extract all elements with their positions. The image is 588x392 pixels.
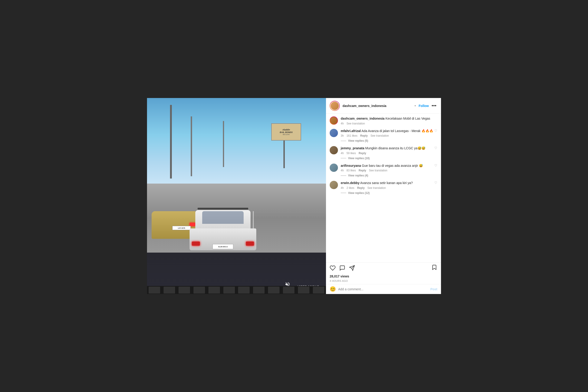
strip-thumb-7[interactable] [238, 287, 250, 294]
comment-reply-btn-2[interactable]: Reply [359, 152, 366, 155]
view-replies-text-2[interactable]: View replies (10) [348, 157, 370, 160]
sky-background [147, 98, 326, 190]
roof-rack [198, 208, 248, 210]
strip-thumb-5[interactable] [208, 287, 220, 294]
strip-thumb-3[interactable] [178, 287, 190, 294]
suv-license-plate: ALM-653-A [212, 244, 233, 249]
comment-button[interactable] [339, 265, 345, 271]
comment-likes-2: 59 likes [346, 152, 356, 155]
comment-meta-4: 4h 2 likes Reply See translation [341, 186, 434, 190]
caption-username[interactable]: dashcam_owners_indonesia [341, 117, 385, 120]
comment-reply-btn-4[interactable]: Reply [357, 186, 364, 190]
comment-time-4: 4h [341, 186, 344, 190]
comment-main-text-1: Ada Avanza di jalan tol Lasvegas - Merak… [362, 129, 433, 133]
comment-meta-2: 4h 59 likes Reply [341, 152, 434, 155]
caption-meta: 4h See translation [341, 122, 437, 125]
profile-username[interactable]: dashcam_owners_indonesia [342, 104, 414, 108]
view-replies-line-4 [341, 193, 346, 193]
comment-text-1: mfahri.afrizal Ada Avanza di jalan tol L… [341, 129, 434, 134]
comment-likes-4: 2 likes [346, 186, 354, 190]
comment-reply-btn-1[interactable]: Reply [360, 134, 368, 137]
like-button[interactable] [330, 265, 336, 271]
save-button[interactable] [431, 264, 437, 272]
time-ago: 4 HOURS AGO [326, 279, 441, 284]
comment-text-4: erwin.debby Avanza sana setir kanan apa … [341, 181, 434, 186]
view-replies-text-3[interactable]: View replies (4) [348, 174, 368, 177]
caption-avatar-inner [330, 117, 338, 124]
view-replies-line-2 [341, 158, 346, 158]
strip-thumb-6[interactable] [224, 287, 235, 294]
post-header: dashcam_owners_indonesia • Follow ••• [326, 98, 441, 114]
more-options-button[interactable]: ••• [431, 103, 437, 108]
media-panel: AladdinBAIL BONDS 853-2245 LHY-9376 [147, 98, 326, 294]
strip-thumb-11[interactable] [298, 287, 310, 294]
caption-avatar[interactable] [330, 116, 338, 125]
comment-meta-3: 4h 83 likes Reply See translation [341, 169, 434, 172]
caption-text: dashcam_owners_indonesia Kecelakaan Mobi… [341, 116, 437, 121]
gold-car-plate: LHY-9376 [172, 226, 191, 230]
comment-body-3: arifinsuryana Gue baru tau di vegas ada … [341, 164, 434, 177]
comment-reply-btn-3[interactable]: Reply [359, 169, 366, 172]
view-replies-text-4[interactable]: View replies (12) [348, 192, 370, 194]
profile-avatar-ring[interactable] [330, 101, 340, 111]
comment-main-text-4: Avanza sana setir kanan apa kiri ya? [360, 181, 413, 185]
street-pole-3 [223, 121, 224, 167]
caption-see-translation[interactable]: See translation [346, 122, 365, 125]
comment-translate-3[interactable]: See translation [369, 169, 388, 172]
caption-row: dashcam_owners_indonesia Kecelakaan Mobi… [330, 116, 437, 125]
strip-thumb-1[interactable] [148, 287, 160, 294]
brake-light-right [246, 242, 254, 246]
comment-avatar-1[interactable] [330, 129, 338, 137]
strip-thumb-12[interactable] [313, 287, 324, 294]
comment-translate-4[interactable]: See translation [368, 186, 386, 190]
strip-thumb-10[interactable] [283, 287, 294, 294]
comment-heart-3[interactable]: ♡ [434, 164, 437, 167]
add-comment-row: 😊 Post [326, 284, 441, 294]
view-replies-2[interactable]: View replies (10) [341, 157, 434, 160]
comment-text-3: arifinsuryana Gue baru tau di vegas ada … [341, 164, 434, 168]
view-replies-3[interactable]: View replies (4) [341, 174, 434, 177]
comment-heart-4[interactable]: ♡ [434, 181, 437, 184]
comment-row-4: erwin.debby Avanza sana setir kanan apa … [330, 181, 437, 194]
comment-main-text-2: Mungkin disana avanza itu LCGC ya😅😅 [365, 146, 425, 150]
view-replies-1[interactable]: View replies (5) [341, 139, 434, 142]
comment-body-4: erwin.debby Avanza sana setir kanan apa … [341, 181, 434, 194]
comments-area[interactable]: dashcam_owners_indonesia Kecelakaan Mobi… [326, 114, 441, 262]
comment-row-3: arifinsuryana Gue baru tau di vegas ada … [330, 164, 437, 177]
comment-main-text-3: Gue baru tau di vegas ada avanza anjir 😅 [362, 164, 423, 168]
comment-username-1[interactable]: mfahri.afrizal [341, 129, 361, 133]
separator-dot: • [414, 104, 416, 108]
view-replies-text-1[interactable]: View replies (5) [348, 139, 368, 142]
profile-avatar-inner [330, 101, 339, 110]
strip-thumb-9[interactable] [268, 287, 280, 294]
follow-button[interactable]: Follow [419, 104, 429, 108]
share-button[interactable] [349, 265, 355, 271]
comment-avatar-4[interactable] [330, 181, 338, 189]
comment-username-4[interactable]: erwin.debby [341, 181, 360, 185]
comment-likes-3: 83 likes [346, 169, 356, 172]
comment-time-1: 3h [341, 134, 344, 137]
comment-meta-1: 3h 161 likes Reply See translation [341, 134, 434, 137]
comment-avatar-3[interactable] [330, 164, 338, 172]
strip-thumb-2[interactable] [164, 287, 175, 294]
caption-main-text: Kecelakaan Mobil di Las Vegas [386, 117, 430, 120]
view-replies-4[interactable]: View replies (12) [341, 192, 434, 194]
comment-translate-1[interactable]: See translation [370, 134, 389, 137]
suv-upper-body [195, 210, 250, 228]
actions-bar [326, 262, 441, 274]
strip-thumb-8[interactable] [253, 287, 264, 294]
view-replies-line-1 [341, 141, 346, 141]
comment-username-2[interactable]: jemmy_pranata [341, 146, 364, 150]
caption-time: 4h [341, 122, 344, 125]
comment-row-2: jemmy_pranata Mungkin disana avanza itu … [330, 146, 437, 160]
comment-heart-1[interactable]: ♡ [434, 129, 437, 132]
comment-text-2: jemmy_pranata Mungkin disana avanza itu … [341, 146, 434, 151]
strip-thumb-4[interactable] [194, 287, 205, 294]
comment-username-3[interactable]: arifinsuryana [341, 164, 361, 168]
emoji-button[interactable]: 😊 [330, 286, 336, 292]
street-pole-2 [191, 116, 192, 176]
comment-heart-2[interactable]: ♡ [434, 146, 437, 150]
post-button[interactable]: Post [430, 287, 437, 291]
comment-avatar-2[interactable] [330, 146, 338, 154]
comment-input[interactable] [338, 287, 430, 291]
